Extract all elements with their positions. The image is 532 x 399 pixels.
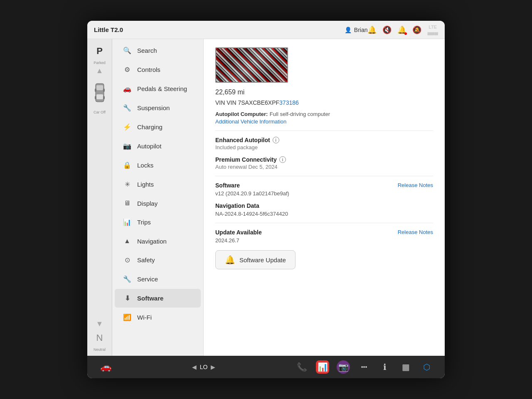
safety-icon: ⊙ <box>123 256 131 264</box>
more-icon[interactable]: ••• <box>357 360 371 374</box>
alarm-icon[interactable]: 🔔 <box>367 25 377 34</box>
car-icon-box <box>92 80 107 105</box>
locks-icon: 🔒 <box>123 161 131 169</box>
software-update-button[interactable]: 🔔 Software Update <box>215 250 296 269</box>
nav-item-pedals[interactable]: 🚗 Pedals & Steering <box>115 79 201 98</box>
svg-rect-3 <box>95 89 96 92</box>
service-icon: 🔧 <box>123 275 131 283</box>
nav-label-autopilot: Autopilot <box>137 143 161 150</box>
nav-label-suspension: Suspension <box>137 104 170 111</box>
nav-label-pedals: Pedals & Steering <box>137 85 187 92</box>
taskbar-center: ◀ LO ▶ <box>192 364 216 370</box>
enhanced-autopilot-section: Enhanced Autopilot i Included package <box>215 137 433 150</box>
tesla-screen: Little T2.0 👤 Brian 🔔 🔇 🔔 🔕 LTE ▄▄▄ P Pa… <box>87 21 445 378</box>
gear-sidebar: P Parked ▲ Car Off ▼ N Neutral <box>87 39 112 356</box>
nav-data-value: NA-2024.8-14924-5f6c374420 <box>215 211 433 217</box>
mute-icon: 🔇 <box>382 25 392 34</box>
neutral-gear: N <box>96 332 103 343</box>
park-label: Parked <box>94 61 106 65</box>
update-available-label: Update Available <box>215 229 262 236</box>
nav-item-software[interactable]: ⬇ Software <box>115 289 201 308</box>
screen-cast-icon[interactable]: ▦ <box>399 360 412 374</box>
svg-rect-5 <box>95 96 96 99</box>
user-info: 👤 Brian <box>345 27 368 33</box>
nav-label-safety: Safety <box>137 256 155 264</box>
premium-connectivity-info-icon[interactable]: i <box>279 156 286 163</box>
nav-label-display: Display <box>137 200 158 207</box>
suspension-icon: 🔧 <box>123 104 131 112</box>
notification-dot <box>404 32 407 35</box>
nav-item-controls[interactable]: ⚙ Controls <box>115 60 201 79</box>
nav-item-autopilot[interactable]: 📷 Autopilot <box>115 137 201 155</box>
media-icon[interactable]: 📊 <box>316 360 329 374</box>
nav-label-locks: Locks <box>137 162 153 169</box>
neutral-label: Neutral <box>94 347 106 352</box>
speed-right-arrow: ▶ <box>211 364 215 370</box>
nav-label-controls: Controls <box>137 66 160 73</box>
lights-icon: ✳ <box>123 180 131 188</box>
additional-vehicle-link[interactable]: Additional Vehicle Information <box>215 118 433 125</box>
controls-icon: ⚙ <box>123 66 131 74</box>
svg-rect-1 <box>96 85 103 90</box>
lte-badge: LTE ▄▄▄ <box>427 25 438 34</box>
update-release-notes-link[interactable]: Release Notes <box>398 229 433 235</box>
software-label: Software <box>215 182 240 189</box>
nav-item-locks[interactable]: 🔒 Locks <box>115 156 201 175</box>
nav-label-software: Software <box>137 295 163 302</box>
car-off-label: Car Off <box>94 110 106 114</box>
navigation-icon: ▲ <box>123 237 131 245</box>
wifi-icon: 📶 <box>123 313 131 321</box>
main-area: P Parked ▲ Car Off ▼ N Neutral <box>87 39 445 356</box>
nav-label-service: Service <box>137 276 158 283</box>
premium-connectivity-title: Premium Connectivity i <box>215 156 433 163</box>
phone-icon[interactable]: 📞 <box>295 360 308 374</box>
nav-item-charging[interactable]: ⚡ Charging <box>115 118 201 136</box>
charging-icon: ⚡ <box>123 123 131 131</box>
vin-prefix: VIN 7SAXCBE6XPF <box>227 99 279 106</box>
info-icon[interactable]: ℹ <box>378 360 392 374</box>
nav-item-safety[interactable]: ⊙ Safety <box>115 251 201 269</box>
autopilot-icon: 📷 <box>123 142 131 150</box>
user-icon: 👤 <box>345 27 352 33</box>
speed-left-arrow: ◀ <box>192 364 197 370</box>
release-notes-link[interactable]: Release Notes <box>398 182 433 188</box>
nav-item-display[interactable]: 🖥 Display <box>115 194 201 212</box>
car-taskbar-icon[interactable]: 🚗 <box>99 360 112 374</box>
taskbar-right: 📞 📊 📷 ••• ℹ ▦ ⬡ <box>295 360 433 374</box>
vin-suffix: 373186 <box>279 99 299 106</box>
display-icon: 🖥 <box>123 200 131 207</box>
premium-connectivity-section: Premium Connectivity i Auto renewal Dec … <box>215 156 433 170</box>
nav-menu: 🔍 Search ⚙ Controls 🚗 Pedals & Steering … <box>112 39 204 356</box>
mileage: 22,659 mi <box>215 89 433 96</box>
nav-item-lights[interactable]: ✳ Lights <box>115 175 201 194</box>
trips-icon: 📊 <box>123 218 131 226</box>
vehicle-image <box>215 47 288 83</box>
enhanced-autopilot-info-icon[interactable]: i <box>273 137 279 143</box>
nav-item-search[interactable]: 🔍 Search <box>115 41 201 60</box>
nav-label-lights: Lights <box>137 181 154 188</box>
update-available-row: Update Available Release Notes <box>215 229 433 236</box>
status-icons: 🔔 🔇 🔔 🔕 LTE ▄▄▄ <box>367 25 438 34</box>
down-arrow: ▼ <box>96 320 103 328</box>
nav-item-trips[interactable]: 📊 Trips <box>115 213 201 232</box>
up-arrow: ▲ <box>96 66 103 75</box>
notification-icon[interactable]: 🔔 <box>397 25 406 34</box>
app-title: Little T2.0 <box>94 26 345 33</box>
nav-item-suspension[interactable]: 🔧 Suspension <box>115 99 201 117</box>
camera-icon[interactable]: 📷 <box>337 360 350 374</box>
software-row: Software Release Notes <box>215 182 433 189</box>
svg-rect-4 <box>103 89 105 92</box>
enhanced-autopilot-title: Enhanced Autopilot i <box>215 137 433 143</box>
nav-item-navigation[interactable]: ▲ Navigation <box>115 232 201 250</box>
enhanced-autopilot-value: Included package <box>215 144 433 150</box>
autopilot-info: Autopilot Computer: Full self-driving co… <box>215 110 433 125</box>
nav-label-search: Search <box>137 47 157 54</box>
nav-item-service[interactable]: 🔧 Service <box>115 270 201 288</box>
bluetooth-icon[interactable]: ⬡ <box>420 360 433 374</box>
divider-3 <box>215 223 433 223</box>
nav-label-wifi: Wi-Fi <box>137 314 152 321</box>
nav-item-wifi[interactable]: 📶 Wi-Fi <box>115 308 201 327</box>
update-version: 2024.26.7 <box>215 237 433 244</box>
software-version: v12 (2024.20.9 1a02147be9af) <box>215 190 433 197</box>
autopilot-value: Full self-driving computer <box>270 111 330 117</box>
